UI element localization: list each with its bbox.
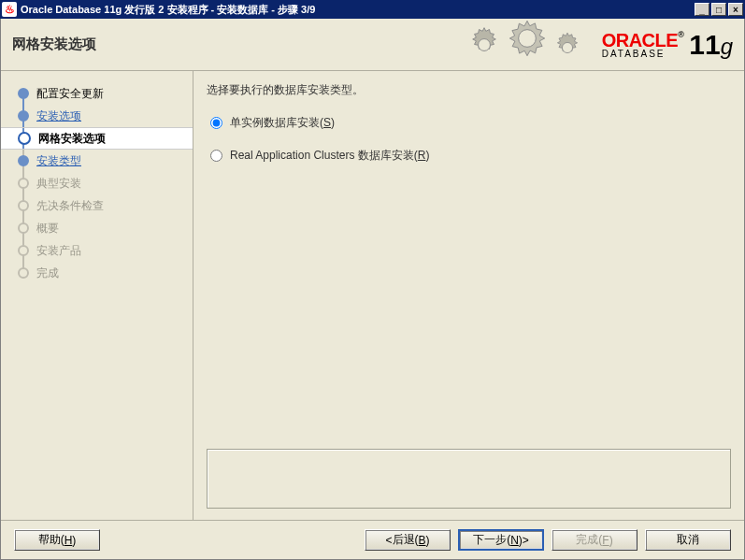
gears-decoration	[456, 22, 596, 67]
option-single-instance[interactable]: 单实例数据库安装(S)	[207, 115, 731, 131]
step-install-product: 安装产品	[1, 239, 193, 262]
svg-point-1	[518, 29, 536, 47]
maximize-button[interactable]: □	[711, 3, 726, 16]
page-title: 网格安装选项	[12, 36, 415, 53]
minimize-button[interactable]: _	[695, 3, 709, 16]
step-grid-install-options: 网格安装选项	[1, 127, 193, 150]
step-install-options[interactable]: 安装选项	[1, 105, 193, 127]
step-finish: 完成	[1, 262, 193, 284]
svg-point-0	[478, 38, 490, 50]
install-type-prompt: 选择要执行的数据库安装类型。	[207, 82, 731, 98]
cancel-button[interactable]: 取消	[645, 529, 731, 551]
radio-single-instance[interactable]	[210, 117, 222, 129]
step-summary: 概要	[1, 217, 193, 239]
version-label: 11g	[689, 29, 733, 61]
finish-button: 完成(F)	[552, 529, 638, 551]
gear-icon	[501, 19, 553, 71]
oracle-logo: ORACLE® DATABASE	[602, 31, 684, 59]
svg-point-2	[562, 42, 572, 52]
label-single-instance[interactable]: 单实例数据库安装(S)	[230, 115, 335, 131]
option-rac[interactable]: Real Application Clusters 数据库安装(R)	[207, 148, 731, 164]
step-install-type[interactable]: 安装类型	[1, 150, 193, 172]
help-button[interactable]: 帮助(H)	[14, 529, 100, 551]
titlebar: ♨ Oracle Database 11g 发行版 2 安装程序 - 安装数据库…	[0, 0, 745, 19]
step-typical-install: 典型安装	[1, 172, 193, 194]
header: 网格安装选项 ORACLE® DATABASE 11g	[1, 19, 744, 71]
close-button[interactable]: ×	[728, 3, 743, 16]
logo-main: ORACLE	[602, 30, 678, 50]
next-button[interactable]: 下一步(N) >	[458, 529, 544, 551]
step-prereq-check: 先决条件检查	[1, 194, 193, 217]
logo-sub: DATABASE	[602, 50, 684, 59]
gear-icon	[550, 30, 585, 65]
window-title: Oracle Database 11g 发行版 2 安装程序 - 安装数据库 -…	[21, 3, 695, 17]
main-panel: 选择要执行的数据库安装类型。 单实例数据库安装(S) Real Applicat…	[193, 71, 744, 520]
window-controls: _ □ ×	[695, 3, 743, 16]
radio-rac[interactable]	[210, 150, 222, 162]
header-graphic: ORACLE® DATABASE 11g	[415, 22, 733, 67]
label-rac[interactable]: Real Application Clusters 数据库安装(R)	[230, 148, 429, 164]
gear-icon	[464, 24, 505, 65]
back-button[interactable]: < 后退(B)	[365, 529, 451, 551]
footer: 帮助(H) < 后退(B) 下一步(N) > 完成(F) 取消	[1, 520, 744, 559]
wizard-steps: 配置安全更新 安装选项 网格安装选项 安装类型 典型安装 先决条件检查 概要 安…	[1, 71, 193, 520]
message-area	[207, 449, 731, 509]
step-config-security-updates[interactable]: 配置安全更新	[1, 82, 193, 105]
java-icon: ♨	[2, 2, 17, 17]
